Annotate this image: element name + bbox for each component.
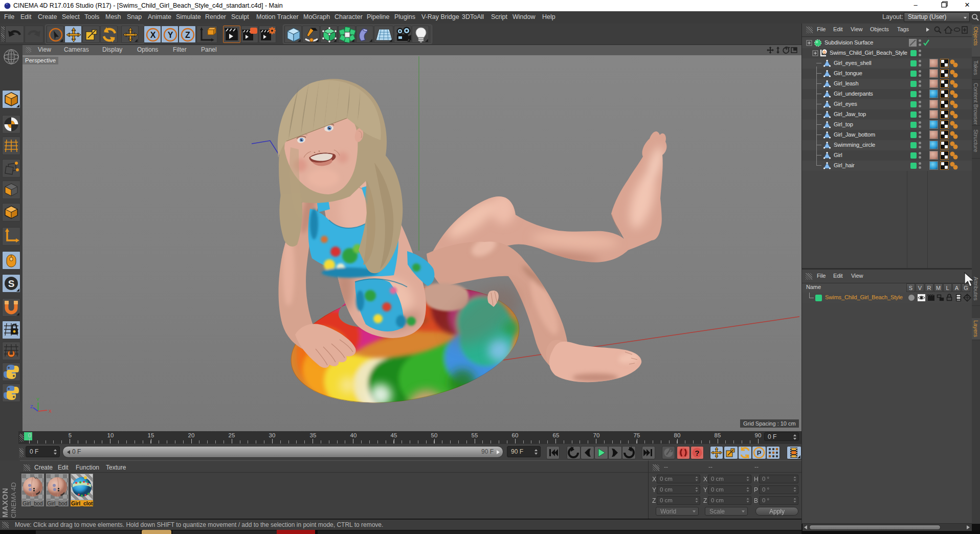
svg-text:85: 85 (715, 432, 721, 438)
svg-text:70: 70 (593, 432, 600, 438)
svg-text:45: 45 (391, 432, 397, 438)
svg-text:Y: Y (36, 397, 39, 402)
svg-text:X: X (150, 31, 156, 39)
svg-text:0: 0 (823, 50, 826, 55)
svg-text:Z: Z (30, 404, 33, 409)
svg-text:90: 90 (755, 432, 762, 438)
svg-text:P: P (757, 449, 762, 457)
svg-text:55: 55 (472, 432, 478, 438)
svg-text:S: S (8, 278, 15, 289)
svg-text:25: 25 (229, 432, 235, 438)
svg-text:40: 40 (350, 432, 357, 438)
svg-text:50: 50 (431, 432, 438, 438)
svg-text:Z: Z (185, 31, 190, 39)
svg-text:5: 5 (69, 432, 72, 438)
svg-text:20: 20 (188, 432, 195, 438)
svg-text:X: X (49, 409, 52, 414)
svg-text:60: 60 (512, 432, 519, 438)
svg-text:15: 15 (148, 432, 154, 438)
svg-text:Y: Y (168, 31, 173, 39)
svg-text:75: 75 (634, 432, 640, 438)
svg-text:0: 0 (28, 432, 31, 438)
svg-text:65: 65 (553, 432, 560, 438)
svg-text:30: 30 (269, 432, 276, 438)
svg-text:35: 35 (310, 432, 317, 438)
svg-text:?: ? (695, 449, 699, 457)
svg-text:80: 80 (674, 432, 681, 438)
svg-text:10: 10 (107, 432, 114, 438)
